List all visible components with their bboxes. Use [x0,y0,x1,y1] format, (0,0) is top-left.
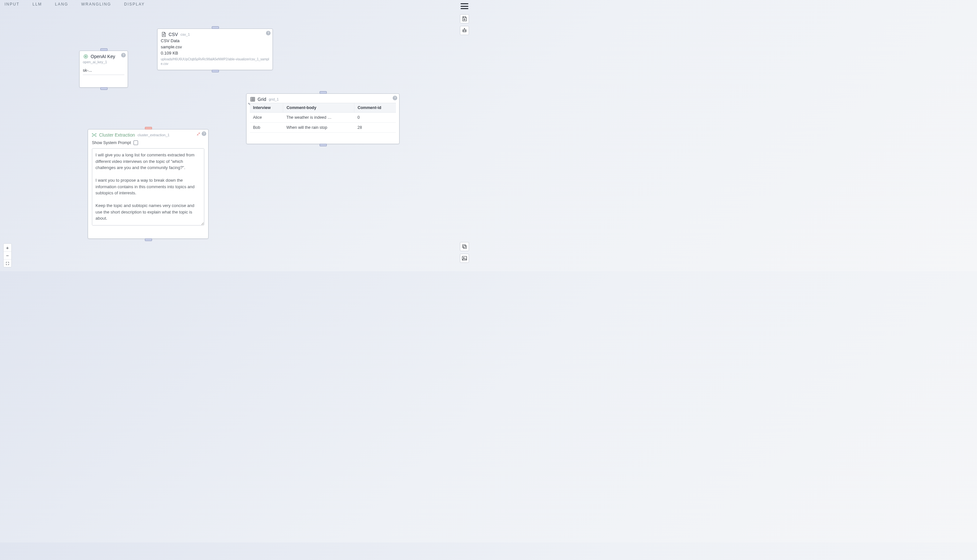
node-csv[interactable]: ? CSV csv_1 CSV Data sample.csv 0.109 KB… [157,28,273,70]
node-title: CSV [169,32,178,37]
menu-wrangling[interactable]: WRANGLING [81,2,111,7]
hamburger-menu-icon[interactable] [460,3,468,9]
node-title: Grid [258,97,266,102]
col-comment-id[interactable]: Comment-id [354,103,396,113]
save-button[interactable] [460,14,469,23]
cell-comment-id: 28 [354,123,396,133]
grid-table: Interview Comment-body Comment-id Alice … [250,103,396,133]
input-underline [83,75,124,75]
save-icon [462,16,467,22]
col-interview[interactable]: Interview [250,103,283,113]
help-icon[interactable]: ? [121,53,126,57]
csv-file-icon [161,32,167,37]
menu-input[interactable]: INPUT [5,2,20,7]
table-header-row: Interview Comment-body Comment-id [250,103,396,113]
zoom-fit-button[interactable] [3,259,12,267]
cell-comment-body: The weather is indeed … [283,113,355,123]
show-system-prompt-checkbox[interactable] [134,140,138,145]
svg-point-8 [463,257,464,258]
cell-comment-id: 0 [354,113,396,123]
fullscreen-icon [5,262,9,265]
image-button[interactable] [460,254,469,263]
api-key-value[interactable]: sk-... [80,64,128,73]
node-cluster-extraction[interactable]: ? Cluster Extraction cluster_extraction_… [88,129,209,239]
node-openai-key[interactable]: ? OpenAI Key open_ai_key_1 sk-... [79,51,128,88]
zoom-out-button[interactable]: − [3,252,12,259]
help-icon[interactable]: ? [266,31,271,35]
openai-icon [83,53,89,59]
port-out[interactable] [320,144,327,146]
help-icon[interactable]: ? [393,96,397,100]
port-out[interactable] [145,238,152,241]
help-icon[interactable]: ? [202,132,206,136]
node-title: OpenAI Key [90,54,115,59]
cluster-icon [91,132,97,138]
csv-label: CSV Data [161,38,269,44]
node-title: Cluster Extraction [99,132,135,138]
menu-display[interactable]: DISPLAY [124,2,145,7]
collapse-icon[interactable] [196,132,201,137]
svg-point-4 [464,28,465,29]
node-grid[interactable]: ? Grid grid_1 ✎ Interview Comment-body C… [246,93,400,144]
port-in[interactable] [212,26,219,29]
port-in[interactable] [145,127,152,130]
csv-filename: sample.csv [161,44,269,50]
table-row[interactable]: Alice The weather is indeed … 0 [250,113,396,123]
port-in[interactable] [320,91,327,94]
duplicate-button[interactable] [460,242,469,251]
zoom-controls: + − [3,243,12,267]
top-menu: INPUT LLM LANG WRANGLING DISPLAY [0,0,149,8]
svg-point-3 [465,30,465,31]
zoom-in-button[interactable]: + [3,244,12,252]
robot-button[interactable] [460,26,469,35]
prompt-textarea[interactable] [92,148,204,225]
col-comment-body[interactable]: Comment-body [283,103,355,113]
image-icon [462,255,467,261]
node-id: cluster_extraction_1 [137,133,169,137]
svg-rect-10 [251,97,255,101]
duplicate-icon [462,244,467,250]
pencil-icon[interactable]: ✎ [248,102,251,106]
show-system-prompt-label: Show System Prompt [92,140,131,145]
svg-point-2 [463,30,464,31]
svg-rect-6 [463,246,467,248]
port-in[interactable] [100,48,107,51]
cell-interview: Bob [250,123,283,133]
menu-llm[interactable]: LLM [32,2,42,7]
svg-rect-5 [463,245,465,248]
node-id: open_ai_key_1 [80,60,128,64]
port-out[interactable] [212,70,219,72]
grid-icon [250,97,256,102]
cell-interview: Alice [250,113,283,123]
robot-icon [462,28,467,33]
menu-lang[interactable]: LANG [55,2,68,7]
cell-comment-body: When will the rain stop [283,123,355,133]
port-out[interactable] [100,87,107,90]
node-id: csv_1 [181,32,190,36]
csv-size: 0.109 KB [161,50,269,57]
svg-point-0 [464,19,465,20]
node-id: grid_1 [269,97,279,101]
svg-point-11 [94,134,95,135]
csv-path: uploads/H6U6UUpCtqb5pRvRc98alA5eNWP2/abl… [161,57,269,67]
table-row[interactable]: Bob When will the rain stop 28 [250,123,396,133]
